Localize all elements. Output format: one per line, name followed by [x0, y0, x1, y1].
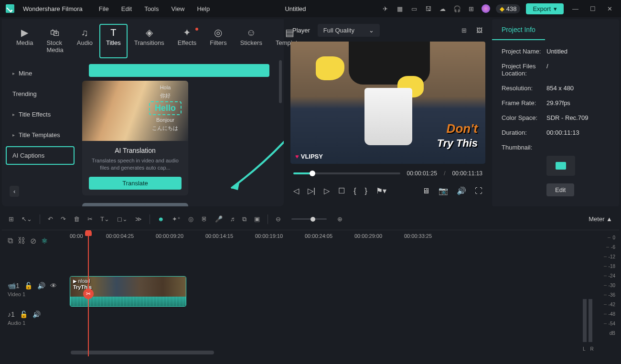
- collapse-sidebar-button[interactable]: ‹: [10, 186, 19, 197]
- chevron-right-icon: ▸: [12, 132, 15, 138]
- audio-meter: 0 -6 -12 -18 -24 -30 -36 -42 -48 -54 dB …: [580, 230, 619, 356]
- ai-translation-card[interactable]: Hola 你好 Hello Bonjour こんにちは AI Translati…: [82, 81, 188, 195]
- menu-tools[interactable]: Tools: [144, 5, 159, 12]
- meter-tick: -18: [609, 264, 615, 269]
- quality-dropdown[interactable]: Full Quality⌄: [318, 24, 380, 37]
- magnet-off-icon[interactable]: ⊘: [30, 236, 36, 246]
- tab-effects[interactable]: ✦Effects: [171, 24, 203, 58]
- total-time: 00:00:11:13: [452, 170, 482, 177]
- translate-button[interactable]: Translate: [89, 177, 182, 190]
- tab-titles[interactable]: TTitles: [99, 24, 128, 58]
- visibility-icon[interactable]: 👁: [50, 282, 57, 289]
- tab-filters[interactable]: ◎Filters: [203, 24, 233, 58]
- sidebar-item-title-templates[interactable]: ▸Title Templates: [6, 126, 75, 144]
- menu-view[interactable]: View: [171, 5, 184, 12]
- mic-tool[interactable]: 🎤: [215, 215, 223, 223]
- redo-button[interactable]: ↷: [61, 215, 66, 223]
- lock-icon[interactable]: 🔓: [20, 310, 28, 318]
- close-button[interactable]: ✕: [604, 5, 615, 12]
- pointer-tool[interactable]: ↖⌄: [21, 215, 32, 223]
- crop-tool[interactable]: ◻⌄: [117, 215, 128, 223]
- undo-button[interactable]: ↶: [48, 215, 53, 223]
- prev-card-button[interactable]: [89, 64, 269, 77]
- zoom-handle[interactable]: [310, 217, 315, 222]
- menu-edit[interactable]: Edit: [121, 5, 132, 12]
- timeline-ruler[interactable]: 00:00 00:00:04:25 00:00:09:20 00:00:14:1…: [69, 230, 580, 251]
- tab-media[interactable]: ▶Media: [10, 24, 40, 58]
- minimize-button[interactable]: —: [569, 5, 581, 12]
- select-tool[interactable]: ⊞: [9, 215, 14, 223]
- frame-tool[interactable]: ▣: [254, 215, 260, 223]
- scrollbar[interactable]: [279, 60, 282, 103]
- marker-dropdown[interactable]: ⚑▾: [376, 186, 386, 195]
- meter-toggle[interactable]: Meter ▲: [589, 215, 612, 223]
- step-back-button[interactable]: ▷|: [308, 186, 315, 195]
- delete-button[interactable]: 🗑: [74, 215, 80, 223]
- shield-tool[interactable]: ⛨: [201, 215, 207, 223]
- avatar-icon[interactable]: [482, 4, 490, 13]
- tab-stock-media[interactable]: 🛍Stock Media: [40, 24, 70, 58]
- maximize-button[interactable]: ☐: [587, 5, 599, 12]
- layout-icon[interactable]: ▦: [396, 4, 404, 13]
- thumbnail-preview[interactable]: [546, 156, 575, 176]
- enhance-tool[interactable]: ✦⁺: [172, 215, 181, 223]
- screen-icon[interactable]: ▭: [410, 4, 418, 13]
- mark-in-button[interactable]: {: [353, 187, 356, 195]
- zoom-in-button[interactable]: ⊕: [337, 215, 343, 223]
- timeline-tracks[interactable]: 00:00 00:00:04:25 00:00:09:20 00:00:14:1…: [69, 230, 580, 356]
- apps-icon[interactable]: ⊞: [467, 4, 476, 13]
- fullscreen-button[interactable]: ⛶: [475, 187, 482, 195]
- ai-tool[interactable]: ☻: [158, 215, 164, 223]
- sidebar-item-ai-captions[interactable]: AI Captions: [6, 146, 75, 165]
- tab-audio[interactable]: ♫Audio: [70, 24, 99, 58]
- playhead[interactable]: ✂: [88, 230, 89, 356]
- send-icon[interactable]: ✈: [381, 4, 390, 13]
- cut-tool[interactable]: ✂: [87, 215, 93, 223]
- mark-out-button[interactable]: }: [365, 187, 367, 195]
- snapshot-button[interactable]: 📷: [439, 186, 448, 195]
- save-icon[interactable]: 🖫: [424, 4, 433, 13]
- scrubber[interactable]: [293, 172, 400, 174]
- timeline-scrollbar[interactable]: [71, 351, 214, 354]
- layers-tool[interactable]: ⧉: [242, 215, 246, 223]
- magnet-icon[interactable]: ⚛: [41, 236, 48, 246]
- zoom-slider[interactable]: [291, 218, 327, 220]
- export-label: Export: [533, 5, 551, 12]
- image-icon[interactable]: 🖼: [475, 26, 483, 35]
- zoom-out-button[interactable]: ⊖: [276, 215, 281, 223]
- export-button[interactable]: Export▾: [526, 3, 564, 14]
- mute-icon[interactable]: 🔊: [37, 282, 45, 289]
- stack-icon[interactable]: ⧉: [8, 236, 13, 245]
- text-tool[interactable]: T⌄: [100, 215, 109, 223]
- grid-icon[interactable]: ⊞: [460, 26, 468, 35]
- cloud-icon[interactable]: ☁: [439, 4, 447, 13]
- sidebar-item-trending[interactable]: Trending: [6, 85, 75, 103]
- edit-project-button[interactable]: Edit: [546, 183, 574, 196]
- link-icon[interactable]: ⛓: [18, 236, 25, 245]
- playhead-handle[interactable]: [85, 230, 92, 236]
- stop-button[interactable]: ☐: [338, 186, 345, 195]
- project-info-tab[interactable]: Project Info: [492, 19, 545, 40]
- mute-icon[interactable]: 🔊: [32, 310, 41, 318]
- prev-frame-button[interactable]: ◁: [293, 186, 299, 195]
- sidebar-item-title-effects[interactable]: ▸Title Effects: [6, 105, 75, 124]
- sidebar-item-mine[interactable]: ▸Mine: [6, 64, 75, 83]
- scrubber-handle[interactable]: [310, 171, 315, 176]
- display-icon[interactable]: 🖥: [422, 187, 430, 195]
- menu-help[interactable]: Help: [197, 5, 210, 12]
- tab-transitions[interactable]: ◈Transitions: [128, 24, 171, 58]
- menu-bar: File Edit Tools View Help: [99, 5, 210, 12]
- headphone-icon[interactable]: 🎧: [453, 4, 461, 13]
- record-tool[interactable]: ◎: [188, 215, 193, 223]
- cut-at-playhead-button[interactable]: ✂: [83, 289, 94, 299]
- lock-icon[interactable]: 🔓: [24, 282, 32, 289]
- credits-badge[interactable]: ◆438: [496, 4, 521, 13]
- template-card[interactable]: Your Text Here: [82, 203, 188, 206]
- video-preview[interactable]: Don't Try This ♥VLIPSY: [290, 42, 485, 164]
- music-tool[interactable]: ♬: [230, 215, 235, 223]
- play-button[interactable]: ▷: [324, 186, 330, 195]
- volume-button[interactable]: 🔊: [457, 186, 466, 195]
- tab-stickers[interactable]: ☺Stickers: [234, 24, 269, 58]
- menu-file[interactable]: File: [99, 5, 109, 12]
- more-tools[interactable]: ≫: [135, 215, 142, 223]
